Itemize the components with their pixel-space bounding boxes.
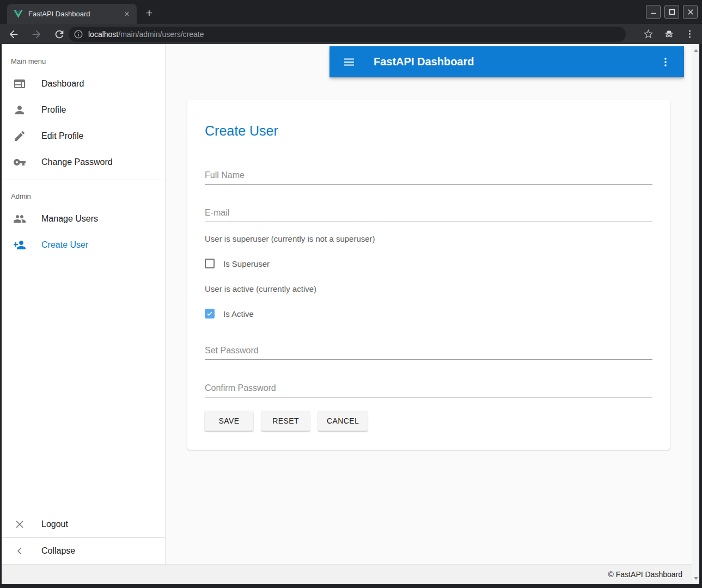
url-path: /main/admin/users/create	[118, 30, 204, 39]
url-text: localhost/main/admin/users/create	[88, 30, 204, 39]
new-tab-button[interactable]: +	[142, 6, 157, 21]
site-info-icon[interactable]	[74, 29, 83, 39]
back-icon[interactable]	[8, 28, 20, 40]
appbar-title: FastAPI Dashboard	[374, 56, 659, 68]
email-input[interactable]	[205, 207, 652, 218]
sidebar-item-manage-users[interactable]: Manage Users	[2, 206, 165, 232]
window-maximize-button[interactable]	[664, 5, 679, 19]
person-add-icon	[13, 238, 26, 252]
key-icon	[13, 156, 26, 169]
page-footer: © FastAPI Dashboard	[2, 564, 692, 584]
full-name-field	[205, 170, 652, 185]
create-user-card: Create User User is superuser (currently…	[187, 100, 670, 450]
forward-icon[interactable]	[30, 28, 42, 40]
check-icon	[206, 310, 213, 317]
page-title: Create User	[205, 122, 652, 139]
hamburger-menu-icon[interactable]	[343, 56, 356, 69]
is-active-label: Is Active	[223, 309, 254, 318]
appbar-menu-icon[interactable]	[659, 56, 672, 69]
window-close-button[interactable]	[683, 5, 698, 19]
save-button[interactable]: SAVE	[205, 411, 253, 431]
people-icon	[13, 212, 26, 225]
active-helper-text: User is active (currently active)	[205, 284, 652, 295]
url-host: localhost	[88, 30, 118, 39]
close-icon	[13, 518, 26, 531]
sidebar-item-label: Edit Profile	[41, 131, 83, 141]
confirm-password-input[interactable]	[205, 383, 652, 394]
sidebar-item-label: Dashboard	[41, 79, 84, 89]
is-active-checkbox[interactable]	[205, 309, 215, 318]
sidebar-item-logout[interactable]: Logout	[2, 511, 165, 537]
person-icon	[13, 103, 26, 117]
form-buttons: SAVE RESET CANCEL	[205, 411, 652, 431]
sidebar-item-edit-profile[interactable]: Edit Profile	[2, 123, 165, 149]
window-minimize-button[interactable]	[646, 5, 661, 19]
sidebar-item-create-user[interactable]: Create User	[2, 232, 165, 258]
tab-title: FastAPI Dashboard	[28, 10, 123, 18]
tab-close-icon[interactable]: ×	[123, 10, 131, 19]
is-active-checkbox-row[interactable]: Is Active	[205, 308, 652, 319]
is-superuser-checkbox-row[interactable]: Is Superuser	[205, 258, 652, 269]
sidebar-item-profile[interactable]: Profile	[2, 97, 165, 123]
copyright-text: © FastAPI Dashboard	[608, 570, 682, 579]
refresh-icon[interactable]	[53, 28, 65, 40]
scrollbar-up-icon[interactable]	[692, 46, 699, 54]
vue-logo-icon	[14, 10, 23, 18]
sidebar-item-label: Create User	[41, 240, 88, 250]
browser-tab[interactable]: FastAPI Dashboard ×	[7, 4, 137, 24]
window-controls	[646, 5, 698, 19]
is-superuser-label: Is Superuser	[223, 259, 270, 268]
sidebar-item-dashboard[interactable]: Dashboard	[2, 71, 165, 97]
sidebar-item-change-password[interactable]: Change Password	[2, 149, 165, 175]
pencil-icon	[13, 130, 26, 143]
address-bar[interactable]: localhost/main/admin/users/create	[69, 27, 626, 42]
dashboard-icon	[13, 77, 26, 90]
sidebar-section-main-menu: Main menu	[2, 44, 165, 71]
confirm-password-field	[205, 383, 652, 397]
sidebar-item-label: Profile	[41, 105, 66, 115]
sidebar: Main menu Dashboard Profile Edit Profile…	[2, 44, 166, 564]
superuser-helper-text: User is superuser (currently is not a su…	[205, 234, 652, 245]
is-superuser-checkbox[interactable]	[205, 259, 215, 268]
browser-menu-icon[interactable]	[684, 28, 695, 40]
chevron-left-icon	[13, 544, 26, 558]
full-name-input[interactable]	[205, 170, 652, 181]
email-field	[205, 207, 652, 222]
page-scrollbar[interactable]	[692, 44, 699, 584]
content-area: FastAPI Dashboard Create User User is su…	[166, 44, 692, 564]
scrollbar-down-icon[interactable]	[692, 574, 699, 582]
sidebar-item-label: Collapse	[41, 546, 75, 556]
bookmark-star-icon[interactable]	[643, 28, 654, 40]
app-bar: FastAPI Dashboard	[329, 46, 684, 77]
page: Main menu Dashboard Profile Edit Profile…	[2, 44, 699, 584]
cancel-button[interactable]: CANCEL	[318, 411, 368, 431]
sidebar-item-label: Manage Users	[41, 214, 98, 224]
browser-toolbar: localhost/main/admin/users/create	[0, 24, 702, 44]
sidebar-item-label: Change Password	[41, 157, 113, 167]
sidebar-bottom: Logout Collapse	[2, 511, 165, 564]
browser-tab-bar: FastAPI Dashboard × +	[0, 0, 702, 24]
reset-button[interactable]: RESET	[261, 411, 310, 431]
set-password-field	[205, 345, 652, 360]
sidebar-item-label: Logout	[41, 519, 68, 529]
sidebar-section-admin: Admin	[2, 180, 165, 206]
set-password-input[interactable]	[205, 345, 652, 356]
sidebar-item-collapse[interactable]: Collapse	[2, 538, 165, 564]
incognito-icon	[663, 28, 675, 40]
